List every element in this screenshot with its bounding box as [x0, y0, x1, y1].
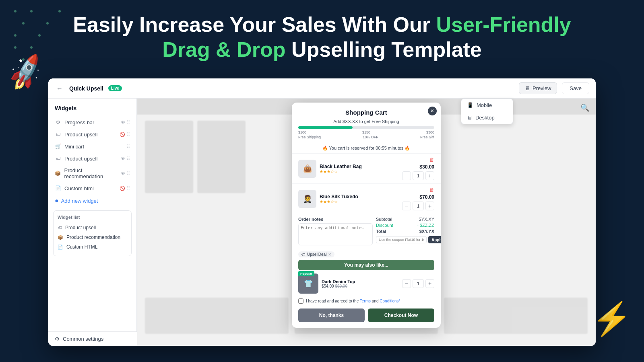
add-widget-button[interactable]: ● Add new widget	[48, 194, 136, 207]
apply-coupon-button[interactable]: Apply	[428, 236, 441, 243]
upsell-item: Popular 👕 Dark Denim Top $54.00 $60.00 −	[298, 274, 434, 294]
upsell-deal-tag: 🏷 UpsellDeal ✕	[298, 251, 334, 257]
order-notes-textarea[interactable]	[298, 223, 373, 245]
sidebar-item-label: Product recommendation	[64, 167, 121, 179]
shipping-milestone-labels: Free Shipping 10% OFF Free Gift	[298, 135, 434, 139]
drag-icon[interactable]: ⠿	[127, 120, 130, 125]
save-button[interactable]: Save	[562, 82, 589, 94]
cart-item-1-qty-increase[interactable]: +	[425, 171, 434, 180]
sidebar-item-mini-cart[interactable]: 🛒 Mini cart ⠿	[48, 140, 136, 152]
sidebar-item-label: Product upsell	[64, 132, 97, 138]
sidebar-title: Widgets	[48, 105, 136, 116]
sidebar-item-actions: 👁 ⠿	[121, 171, 130, 176]
common-settings-button[interactable]: ⚙ Common settings	[48, 331, 137, 346]
cart-icon: 🛒	[55, 143, 61, 150]
cart-item-1-stars: ★★★☆☆	[320, 169, 399, 174]
cart-item-1-right: 🗑 $30.00 − +	[402, 157, 434, 180]
sidebar-item-product-upsell-1[interactable]: 🏷 Product upsell 🚫 ⠿	[48, 128, 136, 140]
popular-badge: Popular	[298, 271, 314, 276]
main-layout: Widgets ⚙ Progress bar 👁 ⠿ 🏷 Product ups…	[48, 99, 596, 346]
visibility-off-icon[interactable]: 🚫	[120, 186, 125, 191]
canvas-search-icon[interactable]: 🔍	[580, 103, 589, 112]
back-icon[interactable]: ←	[55, 84, 64, 93]
visibility-off-icon[interactable]: 🚫	[120, 132, 125, 137]
drag-icon[interactable]: ⠿	[127, 156, 130, 161]
settings-icon: ⚙	[55, 336, 60, 342]
cart-item-1-qty: − +	[402, 171, 434, 180]
order-section: Order notes Subtotal $YX.XY Discount - $…	[292, 214, 441, 250]
cart-item-1-image: 👜	[298, 160, 316, 178]
upsell-icon-1: 🏷	[55, 131, 61, 138]
upsell-icon-2: 🏷	[55, 155, 61, 162]
cart-item-2: 🤵 Blue Silk Tuxedo ★★★☆☆ 🗑 $70.00 − +	[292, 183, 441, 214]
sidebar-item-progress-bar[interactable]: ⚙ Progress bar 👁 ⠿	[48, 116, 136, 128]
browser-toolbar: ← Quick Upsell Live 🖥 Preview Save 📱 Mob…	[48, 78, 596, 99]
drag-icon[interactable]: ⠿	[127, 186, 130, 191]
sidebar-item-product-recommendation[interactable]: 📦 Product recommendation 👁 ⠿	[48, 165, 136, 182]
widget-list-item-html[interactable]: 📄 Custom HTML	[58, 242, 127, 252]
terms-checkbox[interactable]	[298, 298, 303, 304]
terms-link[interactable]: Terms	[360, 299, 371, 303]
terms-row: I have read and agreed to the Terms and …	[292, 297, 441, 305]
cart-item-1-qty-decrease[interactable]: −	[402, 171, 411, 180]
widget-list-item-recommendation[interactable]: 📦 Product recommendation	[58, 232, 127, 242]
visibility-icon[interactable]: 👁	[121, 120, 125, 125]
wl-rec-icon: 📦	[58, 235, 63, 240]
timer-bar: 🔥 You cart is reserved for 00:55 minutes…	[292, 143, 441, 153]
widget-list-box: Widget list 🏷 Product upsell 📦 Product r…	[53, 210, 132, 256]
cart-item-2-qty-input[interactable]	[413, 202, 424, 210]
visibility-icon[interactable]: 👁	[121, 171, 125, 176]
cart-item-2-qty-increase[interactable]: +	[425, 202, 434, 210]
cart-item-1-qty-input[interactable]	[413, 171, 424, 180]
no-thanks-button[interactable]: No, thanks	[298, 309, 365, 322]
widget-list-item-upsell[interactable]: 🏷 Product upsell	[58, 223, 127, 232]
drag-icon[interactable]: ⠿	[127, 144, 130, 149]
conditions-link[interactable]: Conditions*	[380, 299, 400, 303]
app-name: Quick Upsell	[69, 85, 103, 92]
preview-button[interactable]: 🖥 Preview	[519, 82, 557, 94]
modal-close-button[interactable]: ✕	[428, 107, 437, 115]
total-row: Total $XY.YX	[376, 229, 434, 234]
add-icon: ●	[55, 197, 59, 204]
sidebar-item-label: Mini cart	[64, 144, 84, 150]
html-icon: 📄	[55, 185, 61, 191]
coupon-row: Apply	[376, 236, 434, 243]
sidebar-item-actions: ⠿	[127, 144, 130, 149]
coupon-input[interactable]	[376, 236, 427, 243]
cart-item-2-qty: − +	[402, 202, 434, 210]
upsell-qty-decrease[interactable]: −	[402, 279, 411, 288]
drag-icon[interactable]: ⠿	[127, 132, 130, 137]
cart-item-2-qty-decrease[interactable]: −	[402, 202, 411, 210]
cart-item-1-details: Black Leather Bag ★★★☆☆	[320, 164, 399, 174]
tag-remove-button[interactable]: ✕	[328, 252, 331, 257]
sidebar: Widgets ⚙ Progress bar 👁 ⠿ 🏷 Product ups…	[48, 99, 137, 346]
shipping-progress-bar	[298, 126, 434, 129]
cart-item-1-name: Black Leather Bag	[320, 164, 399, 169]
tag-icon: 🏷	[301, 252, 305, 257]
shipping-progress-fill	[298, 126, 353, 129]
checkout-button[interactable]: Checkout Now	[368, 309, 434, 322]
live-badge: Live	[108, 85, 122, 91]
sidebar-item-label: Custom html	[64, 185, 94, 191]
sidebar-item-product-upsell-2[interactable]: 🏷 Product upsell 👁 ⠿	[48, 152, 136, 165]
hero-header: Easily Increase Your Sales With Our User…	[0, 12, 644, 62]
sidebar-item-custom-html[interactable]: 📄 Custom html 🚫 ⠿	[48, 182, 136, 194]
visibility-icon[interactable]: 👁	[121, 156, 125, 161]
cart-item-1-price: $30.00	[419, 164, 434, 170]
cart-item-1-delete[interactable]: 🗑	[429, 157, 434, 162]
upsell-item-details: Dark Denim Top $54.00 $60.00	[322, 279, 399, 288]
shopping-cart-modal: ✕ Shopping Cart Add $XX.XX to get Free S…	[292, 103, 441, 328]
cart-item-2-delete[interactable]: 🗑	[429, 187, 434, 193]
progress-bar-icon: ⚙	[55, 119, 61, 125]
upsell-qty-increase[interactable]: +	[425, 279, 434, 288]
hero-headline-line1: Easily Increase Your Sales With Our User…	[0, 12, 644, 37]
drag-icon[interactable]: ⠿	[127, 171, 130, 176]
upsell-qty-input[interactable]	[413, 279, 424, 288]
cart-item-2-image: 🤵	[298, 190, 316, 208]
wl-upsell-icon: 🏷	[58, 225, 62, 230]
sidebar-item-actions: 🚫 ⠿	[120, 132, 130, 137]
device-option-desktop[interactable]: 🖥 Desktop	[461, 111, 513, 124]
tags-row: 🏷 UpsellDeal ✕	[292, 250, 441, 260]
device-option-mobile[interactable]: 📱 Mobile	[461, 99, 513, 111]
upsell-header: You may also like...	[298, 260, 434, 270]
